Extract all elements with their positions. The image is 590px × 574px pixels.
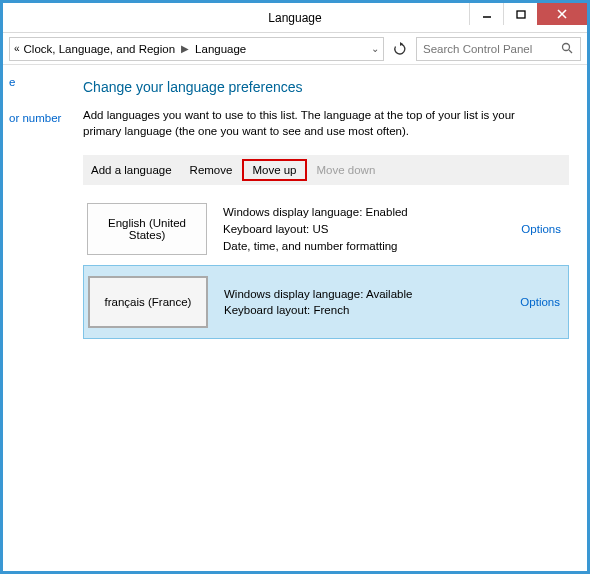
body-area: e or number Change your language prefere… <box>3 65 587 571</box>
sidebar-link-2[interactable]: or number <box>9 109 59 127</box>
remove-button[interactable]: Remove <box>190 164 233 176</box>
options-link[interactable]: Options <box>520 296 560 308</box>
language-tile[interactable]: français (France) <box>88 276 208 328</box>
nav-bar: « Clock, Language, and Region ▶ Language… <box>3 33 587 65</box>
window-title: Language <box>268 11 321 25</box>
toolbar: Add a language Remove Move up Move down <box>83 155 569 185</box>
page-title: Change your language preferences <box>83 79 569 95</box>
language-name: English (United States) <box>92 217 202 241</box>
language-list: English (United States) Windows display … <box>83 193 569 339</box>
maximize-button[interactable] <box>503 3 537 25</box>
close-icon <box>556 8 568 20</box>
search-input[interactable]: Search Control Panel <box>416 37 581 61</box>
chevron-right-icon: ▶ <box>181 43 189 54</box>
language-details: Windows display language: Available Keyb… <box>224 286 504 319</box>
language-name: français (France) <box>105 296 192 308</box>
chevron-down-icon[interactable]: ⌄ <box>371 43 379 54</box>
options-link[interactable]: Options <box>521 223 561 235</box>
breadcrumb[interactable]: « Clock, Language, and Region ▶ Language… <box>9 37 384 61</box>
minimize-icon <box>482 9 492 19</box>
display-language-status: Windows display language: Available <box>224 286 504 303</box>
svg-line-5 <box>569 50 572 53</box>
refresh-icon <box>393 42 407 56</box>
page-description: Add languages you want to use to this li… <box>83 107 543 139</box>
title-bar: Language <box>3 3 587 33</box>
language-row[interactable]: English (United States) Windows display … <box>83 193 569 265</box>
language-tile[interactable]: English (United States) <box>87 203 207 255</box>
main-content: Change your language preferences Add lan… <box>65 65 587 571</box>
language-details: Windows display language: Enabled Keyboa… <box>223 204 505 254</box>
minimize-button[interactable] <box>469 3 503 25</box>
refresh-button[interactable] <box>388 37 412 61</box>
svg-rect-1 <box>517 11 525 18</box>
svg-point-4 <box>563 44 570 51</box>
move-down-button: Move down <box>317 164 376 176</box>
move-up-button[interactable]: Move up <box>242 159 306 181</box>
sidebar: e or number <box>3 65 65 571</box>
date-format-info: Date, time, and number formatting <box>223 238 505 255</box>
sidebar-link-1[interactable]: e <box>9 73 59 91</box>
keyboard-layout: Keyboard layout: US <box>223 221 505 238</box>
add-language-button[interactable]: Add a language <box>91 164 172 176</box>
window-controls <box>469 3 587 25</box>
maximize-icon <box>516 9 526 19</box>
search-icon <box>561 42 574 55</box>
breadcrumb-current[interactable]: Language <box>195 43 246 55</box>
language-row[interactable]: français (France) Windows display langua… <box>83 265 569 339</box>
keyboard-layout: Keyboard layout: French <box>224 302 504 319</box>
display-language-status: Windows display language: Enabled <box>223 204 505 221</box>
chevron-left-icon: « <box>14 43 20 54</box>
close-button[interactable] <box>537 3 587 25</box>
breadcrumb-parent[interactable]: Clock, Language, and Region <box>24 43 176 55</box>
search-placeholder: Search Control Panel <box>423 43 532 55</box>
